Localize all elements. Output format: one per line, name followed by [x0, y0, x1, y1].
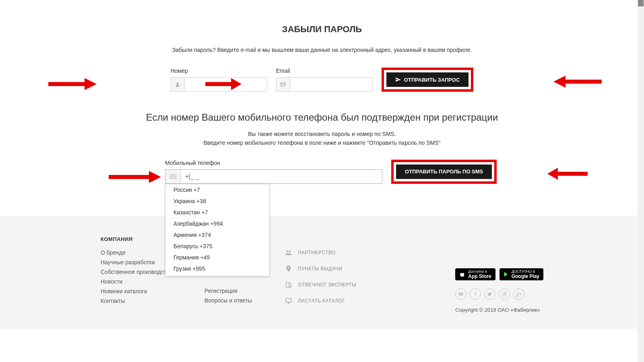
- footer: КОМПАНИЯ О бренде Научные разработки Соб…: [0, 216, 644, 329]
- facebook-icon[interactable]: f: [470, 288, 481, 300]
- svg-marker-4: [231, 78, 242, 90]
- footer-icon-link[interactable]: ПАРТНЕРСТВО: [284, 248, 423, 257]
- country-flag-selector[interactable]: [165, 170, 181, 183]
- svg-point-24: [506, 293, 506, 293]
- footer-icon-link[interactable]: ОТВЕЧАЮТ ЭКСПЕРТЫ: [284, 280, 423, 289]
- svg-marker-11: [547, 168, 558, 180]
- svg-marker-9: [149, 171, 161, 183]
- svg-rect-12: [558, 172, 588, 176]
- sms-section-title: Если номер Вашего мобильного телефона бы…: [101, 112, 543, 123]
- footer-icon-link[interactable]: ЛИСТАТЬ КАТАЛОГ: [284, 296, 423, 305]
- footer-link[interactable]: Вопросы и ответы: [204, 297, 252, 304]
- svg-point-2: [177, 82, 179, 84]
- send-sms-label: ОТПРАВИТЬ ПАРОЛЬ ПО SMS: [405, 169, 483, 175]
- country-option[interactable]: Армения +374: [165, 229, 269, 241]
- google-play-icon: [504, 272, 509, 277]
- dropdown-scroll[interactable]: Россия +7 Украина +38 Казахстан +7 Азерб…: [165, 184, 269, 276]
- social-links: f g+: [455, 288, 543, 300]
- svg-marker-1: [85, 78, 97, 90]
- page-scrollbar[interactable]: ▴: [638, 0, 644, 329]
- footer-link[interactable]: О бренде: [101, 249, 172, 256]
- country-option[interactable]: Азербайджан +994: [165, 218, 269, 229]
- email-field: Email: [276, 68, 373, 92]
- country-option[interactable]: Беларусь +375: [165, 241, 269, 252]
- annotation-arrow-right-2: [205, 78, 242, 90]
- footer-col-right: Доступно вApp Store ДОСТУПНО ВGoogle Pla…: [455, 236, 543, 313]
- submit-request-label: ОТПРАВИТЬ ЗАПРОС: [404, 77, 460, 83]
- sms-section-text: Вы также можете восстановить пароль и но…: [101, 130, 543, 148]
- intro-text: Забыли пароль? Введите e-mail и мы вышле…: [101, 47, 543, 53]
- annotation-arrow-left-2: [547, 168, 588, 180]
- svg-marker-6: [553, 76, 566, 88]
- svg-rect-16: [286, 282, 289, 287]
- scrollbar-thumb[interactable]: [638, 0, 644, 6]
- page-title: ЗАБЫЛИ ПАРОЛЬ: [101, 24, 543, 35]
- send-sms-button[interactable]: ОТПРАВИТЬ ПАРОЛЬ ПО SMS: [396, 165, 492, 179]
- country-option[interactable]: Украина +38: [165, 195, 269, 207]
- footer-link[interactable]: Научные разработки: [101, 259, 172, 265]
- footer-col-icons: ПАРТНЕРСТВО ПУНКТЫ ВЫДАЧИ ОТВЕЧАЮТ ЭКСПЕ…: [284, 236, 423, 313]
- footer-col-title: КОМПАНИЯ: [101, 236, 172, 242]
- map-pin-icon: [284, 264, 293, 273]
- instagram-icon[interactable]: [499, 288, 510, 300]
- footer-link[interactable]: Регистрация: [204, 288, 252, 294]
- apple-icon: [459, 271, 466, 278]
- main-content: ЗАБЫЛИ ПАРОЛЬ Забыли пароль? Введите e-m…: [101, 0, 543, 200]
- twitter-icon[interactable]: [484, 288, 495, 300]
- devices-icon: [284, 280, 293, 289]
- people-icon: [284, 248, 293, 257]
- monitor-icon: [284, 296, 293, 305]
- country-option[interactable]: Россия +7: [165, 184, 269, 195]
- footer-col-company: КОМПАНИЯ О бренде Научные разработки Соб…: [101, 236, 172, 313]
- footer-icon-link[interactable]: ПУНКТЫ ВЫДАЧИ: [284, 264, 423, 273]
- svg-rect-10: [169, 174, 177, 179]
- svg-rect-18: [286, 298, 291, 302]
- svg-point-23: [504, 293, 505, 295]
- svg-rect-0: [48, 82, 85, 86]
- footer-link[interactable]: Новости: [101, 278, 172, 285]
- country-option[interactable]: Казахстан +7: [165, 207, 269, 218]
- svg-marker-19: [504, 272, 507, 277]
- country-option[interactable]: Ирландия +353: [165, 274, 269, 276]
- envelope-icon: [277, 78, 290, 91]
- country-option[interactable]: Грузия +995: [165, 263, 269, 274]
- country-code-dropdown[interactable]: Россия +7 Украина +38 Казахстан +7 Азерб…: [165, 184, 270, 276]
- highlight-box-submit: ОТПРАВИТЬ ЗАПРОС: [382, 68, 474, 92]
- svg-rect-17: [289, 284, 291, 287]
- googleplus-icon[interactable]: g+: [513, 288, 524, 300]
- footer-link[interactable]: Собственное производство: [101, 269, 172, 275]
- mobile-input-wrap[interactable]: [165, 169, 382, 184]
- submit-request-button[interactable]: ОТПРАВИТЬ ЗАПРОС: [386, 72, 469, 87]
- annotation-arrow-left-1: [553, 76, 602, 88]
- svg-point-15: [288, 267, 289, 269]
- mobile-field: Мобильный телефон: [165, 160, 382, 184]
- highlight-box-sms: ОТПРАВИТЬ ПАРОЛЬ ПО SMS: [391, 160, 497, 184]
- annotation-arrow-right-3: [109, 171, 161, 183]
- email-input-wrap[interactable]: [276, 77, 373, 92]
- recovery-form-row: Номер Email: [101, 68, 543, 92]
- svg-point-13: [287, 251, 289, 253]
- paper-plane-icon: [395, 77, 401, 82]
- footer-link[interactable]: Новинки каталога: [101, 288, 172, 294]
- mobile-label: Мобильный телефон: [165, 160, 382, 166]
- footer-link[interactable]: Контакты: [101, 298, 172, 304]
- sms-form-row: Мобильный телефон ОТПРАВИТЬ ПАРОЛЬ ПО SM…: [101, 160, 543, 184]
- user-icon: [171, 78, 185, 91]
- svg-rect-3: [205, 82, 231, 86]
- email-label: Email: [276, 68, 373, 74]
- email-input[interactable]: [290, 78, 372, 91]
- googleplay-badge[interactable]: ДОСТУПНО ВGoogle Play: [500, 268, 543, 280]
- appstore-badge[interactable]: Доступно вApp Store: [455, 268, 495, 280]
- annotation-arrow-right-1: [48, 78, 97, 90]
- number-label: Номер: [171, 68, 267, 74]
- youtube-icon[interactable]: [455, 288, 466, 300]
- svg-rect-7: [566, 80, 602, 84]
- mobile-input[interactable]: [181, 170, 382, 183]
- country-option[interactable]: Германия +49: [165, 252, 269, 263]
- copyright-text: Copyright © 2018 ОАО «Фаберлик»: [455, 307, 543, 313]
- svg-point-14: [289, 251, 291, 253]
- svg-rect-8: [109, 175, 149, 179]
